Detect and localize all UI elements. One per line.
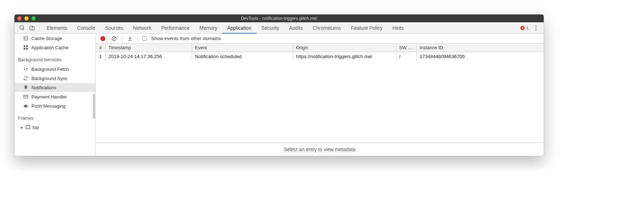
scrollbar-thumb[interactable] [93,94,95,119]
inspect-icon[interactable] [17,23,27,33]
cell-num: 1 [96,52,106,61]
frames-header: Frames [14,110,95,123]
sidebar-item-label: Application Cache [31,45,69,50]
error-count: 1 [526,25,529,30]
sidebar-item-label: Push Messaging [31,103,65,109]
separator [122,36,122,41]
svg-point-6 [535,29,536,30]
kebab-menu-icon[interactable] [531,25,541,31]
th-origin[interactable]: Origin [293,44,396,52]
svg-rect-8 [24,45,25,47]
sync-icon [23,75,29,81]
clear-icon[interactable] [111,35,118,42]
bell-icon [23,85,29,90]
svg-rect-2 [32,27,34,30]
tab-application[interactable]: Application [222,22,256,34]
svg-rect-13 [26,126,30,129]
tab-memory[interactable]: Memory [195,22,223,34]
cell-event: Notification scheduled [192,52,293,61]
sidebar-item-push[interactable]: Push Messaging [14,101,95,110]
sidebar: Cache Storage Application Cache Backgrou… [14,34,96,156]
sidebar-item-bg-sync[interactable]: Background Sync [14,74,95,83]
cell-origin: https://notification-triggers.glitch.me/ [293,52,396,61]
show-other-domains-checkbox[interactable] [142,36,147,41]
device-toggle-icon[interactable] [27,23,37,33]
svg-rect-9 [26,45,28,47]
error-badge[interactable]: 1 [518,25,531,30]
tab-chromelens[interactable]: ChromeLens [308,22,346,34]
transfer-icon [23,66,29,72]
tab-sources[interactable]: Sources [100,22,128,34]
table-body: 1 2019-10-24 14:17:36.256 Notification s… [96,52,544,143]
tabs: Elements Console Sources Network Perform… [42,22,409,34]
th-sw-scope[interactable]: SW … [396,44,417,52]
separator [39,25,40,31]
sidebar-section-header: Background Services [14,52,95,64]
tab-hints[interactable]: Hints [388,22,409,34]
cell-sw: / [396,52,417,61]
footer-message: Select an entry to view metadata [96,143,544,156]
frames-top-item[interactable]: ▸ top [14,123,95,131]
tab-feature-policy[interactable]: Feature Policy [346,22,387,34]
cloud-icon [23,103,29,109]
th-num[interactable]: # [96,44,106,52]
table-header: # Timestamp Event Origin SW … Instance I… [96,44,544,52]
tab-elements[interactable]: Elements [42,22,72,34]
frame-icon [25,125,30,130]
separator [138,36,138,41]
svg-point-4 [535,25,536,26]
tab-security[interactable]: Security [256,22,284,34]
devtools-window: DevTools - notification-triggers.glitch.… [14,14,544,156]
minimize-icon[interactable] [24,16,29,21]
sidebar-item-notifications[interactable]: Notifications [14,83,95,92]
show-other-domains-label: Show events from other domains [151,36,221,41]
sidebar-item-payment[interactable]: Payment Handler [14,92,95,101]
sidebar-item-cache-storage[interactable]: Cache Storage [14,34,95,43]
grid-icon [23,45,29,50]
download-icon[interactable] [126,35,134,42]
svg-rect-12 [24,95,28,98]
th-instance-id[interactable]: Instance ID [417,44,544,52]
tab-performance[interactable]: Performance [156,22,194,34]
zoom-icon[interactable] [31,16,36,21]
tabs-row: Elements Console Sources Network Perform… [14,22,544,34]
th-event[interactable]: Event [192,44,293,52]
sidebar-item-app-cache[interactable]: Application Cache [14,43,95,52]
close-icon[interactable] [17,16,22,21]
sidebar-item-label: Background Fetch [31,67,69,72]
database-icon [23,35,29,41]
svg-point-5 [535,27,536,28]
sidebar-item-label: Cache Storage [31,36,62,41]
sidebar-item-label: Payment Handler [31,94,67,100]
tab-console[interactable]: Console [72,22,100,34]
traffic-lights [17,16,36,21]
svg-rect-11 [26,48,28,50]
sidebar-item-label: Notifications [31,85,57,90]
record-button[interactable] [99,35,106,42]
frames-top-label: top [33,125,39,130]
toolbar: Show events from other domains [96,34,544,44]
cell-timestamp: 2019-10-24 14:17:36.256 [106,52,192,61]
events-table: # Timestamp Event Origin SW … Instance I… [96,44,544,156]
tab-audits[interactable]: Audits [284,22,308,34]
svg-point-7 [24,36,28,38]
sidebar-item-bg-fetch[interactable]: Background Fetch [14,64,95,74]
titlebar: DevTools - notification-triggers.glitch.… [14,15,544,22]
sidebar-item-label: Background Sync [31,76,67,81]
main-panel: Show events from other domains # Timesta… [96,34,544,156]
cell-instance-id: 17348446094636705 [417,52,544,61]
table-row[interactable]: 1 2019-10-24 14:17:36.256 Notification s… [96,52,544,61]
tab-network[interactable]: Network [128,22,156,34]
card-icon [23,94,29,100]
svg-rect-10 [24,48,25,50]
th-timestamp[interactable]: Timestamp [106,44,192,52]
disclosure-triangle-icon: ▸ [21,125,23,130]
body-split: Cache Storage Application Cache Backgrou… [14,34,544,156]
window-title: DevTools - notification-triggers.glitch.… [14,16,544,21]
